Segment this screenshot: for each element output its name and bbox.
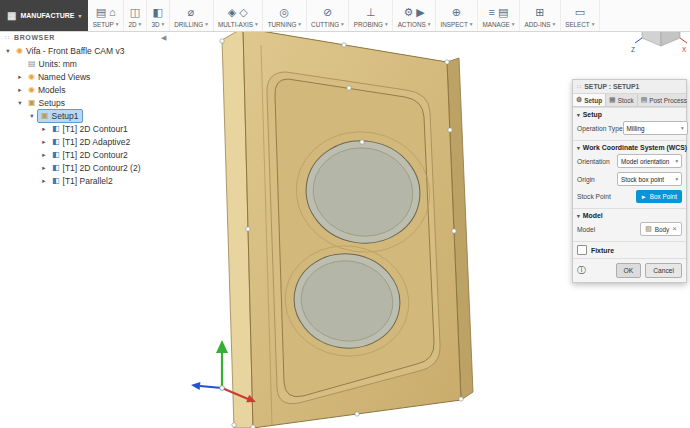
probing-icon[interactable]: ⊥ (366, 7, 376, 18)
tab-post-process[interactable]: ▤ Post Process (638, 94, 690, 106)
post-process-play-icon[interactable]: ▶ (416, 7, 424, 18)
visibility-bulb-icon[interactable]: ◉ (28, 86, 35, 94)
origin-select[interactable]: Stock box point ▾ (617, 172, 682, 186)
tab-setup[interactable]: SETUP (93, 21, 114, 28)
z-axis-arrow[interactable] (200, 386, 222, 388)
dialog-header[interactable]: ∷ SETUP : SETUP1 (573, 80, 686, 94)
toolbar-group-3d[interactable]: ◧ 3D▾ (147, 0, 170, 31)
visibility-bulb-icon[interactable]: ◉ (28, 73, 35, 81)
tab-stock[interactable]: ▦ Stock (606, 94, 638, 106)
selection-handle[interactable] (445, 60, 449, 64)
toolbar-group-multi-axis[interactable]: ◈ ◇ MULTI-AXIS▾ (214, 0, 264, 31)
tree-item-2d-contour2-2[interactable]: ▸ ◧[T1] 2D Contour2 (2) (0, 161, 172, 174)
info-icon[interactable]: ⓘ (577, 266, 586, 275)
toolbar-group-add-ins[interactable]: ⊞ ADD-INS▾ (520, 0, 561, 31)
expand-caret-icon[interactable]: ▸ (15, 73, 25, 81)
section-setup-header[interactable]: ▾ Setup (573, 109, 686, 119)
tree-item-2d-contour2[interactable]: ▸ ◧[T1] 2D Contour2 (0, 148, 172, 161)
browser-header[interactable]: ∷ BROWSER ◀ (0, 31, 172, 44)
selection-handle[interactable] (220, 39, 224, 43)
wcs-origin-handle[interactable] (220, 386, 225, 391)
tree-item-document-root[interactable]: ▾ ◉Vifa - Front Baffle CAM v3 (0, 44, 172, 57)
tab-cutting[interactable]: CUTTING (311, 21, 339, 28)
tab-inspect[interactable]: INSPECT (440, 21, 467, 28)
toolbar-group-cutting[interactable]: ⊘ CUTTING▾ (307, 0, 350, 31)
expand-caret-icon[interactable]: ▾ (15, 99, 25, 107)
cutting-icon[interactable]: ⊘ (323, 7, 332, 18)
tree-item-2d-adaptive2[interactable]: ▸ ◧[T1] 2D Adaptive2 (0, 135, 172, 148)
3d-milling-icon[interactable]: ◧ (153, 7, 163, 18)
selection-handle[interactable] (360, 140, 364, 144)
grip-icon[interactable]: ∷ (577, 83, 581, 91)
section-wcs-header[interactable]: ▾ Work Coordinate System (WCS) (573, 142, 686, 152)
tab-setup-dialog[interactable]: ⚙ Setup (573, 94, 606, 106)
tab-probing[interactable]: PROBING (354, 21, 383, 28)
expand-caret-icon[interactable]: ▸ (15, 86, 25, 94)
tab-multi-axis[interactable]: MULTI-AXIS (218, 21, 253, 28)
selection-handle[interactable] (459, 397, 463, 401)
box-point-button[interactable]: ► Box Point (636, 190, 682, 203)
expand-caret-icon[interactable]: ▸ (39, 138, 49, 146)
expand-caret-icon[interactable]: ▾ (3, 47, 13, 55)
cancel-button[interactable]: Cancel (645, 263, 682, 278)
toolbar-group-actions[interactable]: ⚙ ▶ ACTIONS▾ (393, 0, 436, 31)
tree-item-named-views[interactable]: ▸ ◉Named Views (0, 70, 172, 83)
turning-icon[interactable]: ◎ (280, 7, 290, 18)
selection-handle[interactable] (448, 128, 452, 132)
selection-handle[interactable] (355, 412, 359, 416)
operation-type-select[interactable]: Milling ▾ (623, 121, 688, 135)
expand-caret-icon[interactable]: ▸ (39, 164, 49, 172)
selection-handle[interactable] (452, 229, 456, 233)
expand-caret-icon[interactable]: ▸ (39, 125, 49, 133)
workspace-switcher[interactable]: ▦ MANUFACTURE ▾ (0, 0, 88, 31)
toolbar-group-turning[interactable]: ◎ TURNING▾ (263, 0, 306, 31)
setup-tool-icon-2[interactable]: ⌂ (109, 7, 116, 18)
tab-3d[interactable]: 3D (151, 21, 159, 28)
selection-handle[interactable] (342, 43, 346, 47)
toolbar-group-drilling[interactable]: ⌀ DRILLING▾ (170, 0, 214, 31)
toolbar-group-select[interactable]: ▭ SELECT▾ (561, 0, 600, 31)
tree-item-setup1[interactable]: ▾ ▣Setup1 (0, 109, 172, 122)
tab-2d[interactable]: 2D (129, 21, 137, 28)
multi-axis-icon[interactable]: ◈ (228, 7, 236, 18)
toolbar-group-manage[interactable]: ≡ ▤ MANAGE▾ (478, 0, 520, 31)
tab-turning[interactable]: TURNING (268, 21, 297, 28)
setup-tool-icon[interactable]: ▤ (96, 7, 106, 18)
visibility-bulb-icon[interactable]: ◉ (16, 47, 23, 55)
model-body-chip[interactable]: ▧ Body × (640, 222, 682, 236)
tab-manage[interactable]: MANAGE (483, 21, 510, 28)
selection-handle[interactable] (347, 86, 351, 90)
2d-milling-icon[interactable]: ◫ (130, 7, 140, 18)
add-ins-icon[interactable]: ⊞ (535, 7, 544, 18)
remove-selection-icon[interactable]: × (672, 225, 677, 233)
tree-item-parallel2[interactable]: ▸ ◧[T1] Parallel2 (0, 174, 172, 187)
section-model-header[interactable]: ▾ Model (573, 210, 686, 220)
toolbar-group-inspect[interactable]: ⊕ INSPECT▾ (436, 0, 478, 31)
ok-button[interactable]: OK (616, 263, 642, 278)
tab-actions[interactable]: ACTIONS (398, 21, 426, 28)
toolbar-group-probing[interactable]: ⊥ PROBING▾ (349, 0, 393, 31)
selection-handle[interactable] (232, 423, 236, 427)
multi-axis-icon-2[interactable]: ◇ (239, 7, 247, 18)
tree-item-2d-contour1[interactable]: ▸ ◧[T1] 2D Contour1 (0, 122, 172, 135)
drilling-icon[interactable]: ⌀ (188, 7, 195, 18)
tree-item-units[interactable]: ▤Units: mm (0, 57, 172, 70)
tree-item-setups[interactable]: ▾ ▣Setups (0, 96, 172, 109)
orientation-select[interactable]: Model orientation ▾ (617, 154, 682, 168)
manage-library-icon[interactable]: ▤ (498, 7, 508, 18)
simulate-gear-icon[interactable]: ⚙ (403, 7, 413, 18)
manage-list-icon[interactable]: ≡ (489, 7, 495, 18)
tab-add-ins[interactable]: ADD-INS (525, 21, 551, 28)
inspect-icon[interactable]: ⊕ (452, 7, 461, 18)
expand-caret-icon[interactable]: ▸ (39, 151, 49, 159)
tree-item-models[interactable]: ▸ ◉Models (0, 83, 172, 96)
expand-caret-icon[interactable]: ▸ (39, 177, 49, 185)
expand-caret-icon[interactable]: ▾ (27, 112, 37, 120)
fixture-checkbox[interactable] (577, 245, 587, 255)
collapse-panel-icon[interactable]: ◀ (161, 34, 167, 42)
toolbar-group-setup[interactable]: ▤ ⌂ SETUP▾ (88, 0, 124, 31)
selection-handle[interactable] (246, 227, 250, 231)
tab-select[interactable]: SELECT (565, 21, 590, 28)
select-icon[interactable]: ▭ (575, 7, 585, 18)
tab-drilling[interactable]: DRILLING (174, 21, 203, 28)
